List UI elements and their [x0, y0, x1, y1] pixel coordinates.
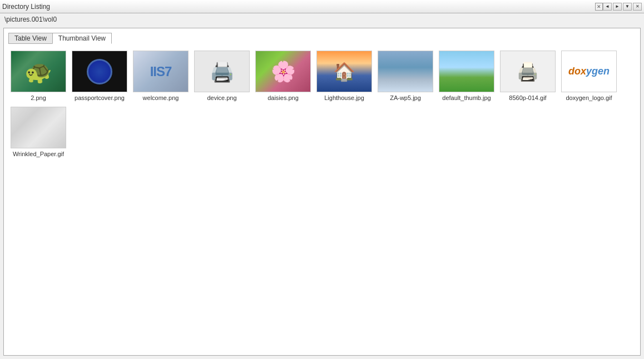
thumbnail-image: IIS7: [133, 51, 189, 92]
thumbnail-image: [194, 51, 250, 92]
doxygen-text: doxygen: [568, 66, 610, 77]
list-item[interactable]: default_thumb.jpg: [439, 51, 494, 101]
filename-label: welcome.png: [143, 94, 179, 101]
lighthouse-image: [317, 51, 371, 92]
ocean-image: [378, 51, 433, 92]
passport-image: [72, 51, 127, 92]
filename-label: 2.png: [31, 94, 46, 101]
list-item[interactable]: passportcover.png: [72, 51, 127, 101]
filename-label: doxygen_logo.gif: [566, 94, 612, 101]
thumbnail-image: [316, 51, 372, 92]
window-controls: ◄ ► ▼ ✕: [603, 3, 642, 11]
thumbnail-image: [72, 51, 127, 92]
filename-label: ZA-wp5.jpg: [390, 94, 421, 101]
8560-image: [501, 51, 555, 92]
daisies-image: [256, 51, 310, 92]
list-item[interactable]: 8560p-014.gif: [500, 51, 556, 101]
dropdown-button[interactable]: ▼: [623, 3, 632, 11]
green-hills-image: [439, 51, 494, 92]
thumbnail-grid: 2.png passportcover.png IIS7 welcome.png: [8, 48, 636, 159]
list-item[interactable]: doxygen doxygen_logo.gif: [561, 51, 617, 101]
list-item[interactable]: Wrinkled_Paper.gif: [11, 107, 66, 157]
tab-thumbnail-view[interactable]: Thumbnail View: [52, 33, 112, 44]
content-area: Table View Thumbnail View 2.png passport…: [3, 28, 641, 356]
thumbnail-image: [378, 51, 433, 92]
close-button[interactable]: ✕: [633, 3, 642, 11]
list-item[interactable]: daisies.png: [255, 51, 311, 101]
iis-text: IIS7: [150, 64, 172, 79]
iis-image: IIS7: [133, 51, 188, 92]
list-item[interactable]: IIS7 welcome.png: [133, 51, 189, 101]
thumbnail-image: [11, 51, 66, 92]
current-path: \pictures.001\vol0: [4, 16, 57, 23]
list-item[interactable]: device.png: [194, 51, 250, 101]
thumbnail-image: doxygen: [561, 51, 617, 92]
thumbnail-image: [439, 51, 494, 92]
tab-table-view[interactable]: Table View: [8, 33, 52, 44]
tab-close-button[interactable]: ✕: [595, 3, 603, 11]
thumbnail-image: [255, 51, 311, 92]
list-item[interactable]: ZA-wp5.jpg: [378, 51, 433, 101]
filename-label: Wrinkled_Paper.gif: [13, 151, 64, 157]
scroll-left-button[interactable]: ◄: [603, 3, 612, 11]
list-item[interactable]: 2.png: [11, 51, 66, 101]
view-tabs: Table View Thumbnail View: [8, 33, 636, 44]
filename-label: daisies.png: [267, 94, 299, 101]
title-bar: Directory Listing ✕ ◄ ► ▼ ✕: [0, 0, 644, 13]
filename-label: Lighthouse.jpg: [324, 94, 364, 101]
filename-label: 8560p-014.gif: [509, 94, 546, 101]
list-item[interactable]: Lighthouse.jpg: [316, 51, 372, 101]
thumbnail-image: [11, 107, 66, 148]
filename-label: device.png: [207, 94, 236, 101]
paper-image: [11, 107, 66, 148]
scroll-right-button[interactable]: ►: [613, 3, 622, 11]
doxygen-image: doxygen: [562, 51, 616, 92]
turtle-image: [11, 51, 66, 92]
window-title: Directory Listing: [2, 3, 594, 11]
filename-label: passportcover.png: [75, 94, 125, 101]
printer-image: [195, 51, 249, 92]
filename-label: default_thumb.jpg: [442, 94, 491, 101]
thumbnail-image: [500, 51, 556, 92]
path-bar: \pictures.001\vol0: [0, 13, 644, 26]
main-window: Directory Listing ✕ ◄ ► ▼ ✕ \pictures.00…: [0, 0, 644, 359]
